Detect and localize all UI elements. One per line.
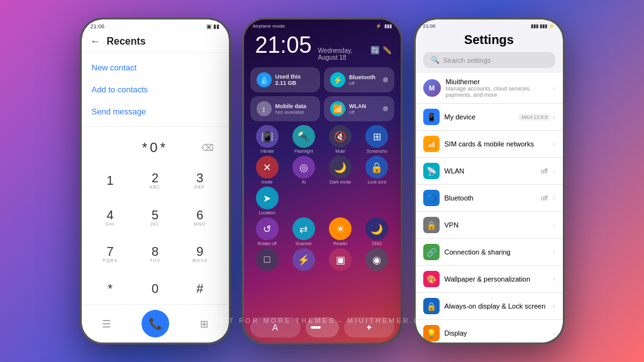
icon-mode[interactable]: ✕ mode (250, 156, 284, 184)
icon-reading[interactable]: ☀ Readin (323, 217, 357, 246)
settings-row-mydevice[interactable]: 📱 My device MIUI 12.5.5 › (416, 104, 563, 131)
key-1[interactable]: 1 (88, 162, 133, 199)
sim-chevron: › (553, 140, 555, 148)
bluetooth-chevron: › (553, 194, 555, 202)
settings-row-wlan[interactable]: 📡 WLAN off › (416, 158, 563, 185)
key-6[interactable]: 6MNO (177, 199, 222, 236)
settings-row-profile[interactable]: M Miuithemer Manage accounts, cloud serv… (416, 73, 563, 104)
phone1-screen: 21:06 ▣ ▮▮ ← Recents New contact Add to … (82, 19, 229, 343)
icon-extra4[interactable]: ◉ (360, 248, 394, 271)
key-5[interactable]: 5JKL (133, 199, 177, 236)
settings-search-bar[interactable]: 🔍 Search settings (423, 52, 555, 68)
icon-scanner[interactable]: ⇄ Scanner (287, 217, 321, 246)
phone1-time: 21:06 (91, 23, 105, 30)
icon-mute[interactable]: 🔇 Mute (323, 125, 357, 153)
menu-icon[interactable]: ☰ (102, 318, 111, 330)
settings-row-connection[interactable]: 🔗 Connection & sharing › (416, 239, 563, 266)
phone2-airplane-label: Airplane mode (253, 23, 286, 29)
icon-darkmode[interactable]: 🌙 Dark mode (323, 156, 357, 184)
tile-data-value: 2.11 GB (275, 80, 314, 86)
contacts-icon[interactable]: ⊞ (200, 318, 208, 330)
icon-vibrate[interactable]: 📳 Vibrate (250, 125, 284, 153)
phone1-status-bar: 21:06 ▣ ▮▮ (82, 19, 229, 31)
bluetooth-settings-content: Bluetooth (445, 194, 536, 202)
bluetooth-settings-title: Bluetooth (445, 194, 536, 202)
tile-mobile-label: Mobile data (275, 103, 314, 109)
settings-row-bluetooth[interactable]: 🔵 Bluetooth off › (416, 185, 563, 212)
connection-title: Connection & sharing (445, 248, 548, 256)
phone-1: 21:06 ▣ ▮▮ ← Recents New contact Add to … (80, 18, 231, 344)
tile-wlan-info: WLAN off (349, 103, 379, 115)
back-arrow-icon[interactable]: ← (91, 36, 101, 47)
mydevice-badge: MIUI 12.5.5 (519, 114, 550, 121)
mydevice-right: MIUI 12.5.5 › (519, 113, 555, 121)
key-4[interactable]: 4GHI (88, 199, 133, 236)
display-icon: 💡 (423, 325, 440, 341)
icon-row-4: □ ⚡ ▣ ◉ (250, 248, 394, 271)
icon-flashlight[interactable]: 🔦 Flashlight (287, 125, 321, 153)
delete-button[interactable]: ⌫ (201, 143, 216, 153)
key-0[interactable]: 0 (133, 273, 177, 305)
key-hash[interactable]: # (177, 273, 222, 305)
icon-ai[interactable]: ◎ Ai (287, 156, 321, 184)
tile-data-info: Used this 2.11 GB (275, 74, 314, 86)
settings-row-sim[interactable]: 📶 SIM cards & mobile networks › (416, 131, 563, 158)
mydevice-content: My device (445, 113, 514, 121)
lockscreen-label: Lock scre (367, 180, 386, 184)
icon-rotate[interactable]: ↺ Rotate off (250, 217, 284, 246)
key-2[interactable]: 2ABC (133, 162, 177, 199)
ai-label: Ai (302, 180, 306, 184)
settings-row-wallpaper[interactable]: 🎨 Wallpaper & personalization › (416, 266, 563, 293)
dnd-label: DND (372, 241, 382, 246)
phone2-date: Wednesday, August 18 (318, 47, 367, 61)
icon-dnd[interactable]: 🌙 DND (360, 217, 394, 246)
key-9[interactable]: 9WXYZ (177, 236, 222, 273)
key-star[interactable]: * (88, 273, 133, 305)
key-7[interactable]: 7PQRS (88, 236, 133, 273)
phone2-status-icons: ⚡▮▮▮ (375, 23, 392, 29)
tile-data-label: Used this (275, 74, 314, 80)
call-button[interactable]: 📞 (142, 310, 169, 337)
flashlight-icon: 🔦 (292, 125, 315, 148)
icon-location[interactable]: ➤ Location (250, 187, 284, 215)
extra4-icon: ◉ (365, 248, 388, 271)
keypad-grid: 1 2ABC 3DEF 4GHI 5JKL 6MNO 7PQRS 8TUV 9W… (82, 162, 229, 304)
dialed-number: *0* (142, 140, 168, 156)
tile-wlan-label: WLAN (349, 103, 379, 109)
menu-item-add-contacts[interactable]: Add to contacts (82, 79, 229, 101)
bt-toggle[interactable] (383, 77, 388, 82)
icon-row-2: ✕ mode ◎ Ai 🌙 Dark mode 🔒 Lock scre ➤ (250, 156, 394, 215)
scanner-label: Scanner (296, 241, 312, 246)
reading-label: Readin (333, 241, 347, 246)
settings-title: Settings (416, 30, 563, 52)
tile-mobile-data[interactable]: ↕ Mobile data Not available (250, 96, 321, 121)
icon-extra1[interactable]: □ (250, 248, 284, 271)
tile-wlan[interactable]: 📶 WLAN off (324, 96, 394, 121)
connection-chevron: › (553, 248, 555, 256)
wlan-settings-right: off › (541, 167, 555, 175)
key-3[interactable]: 3DEF (177, 162, 222, 199)
aod-icon: 🔒 (423, 298, 440, 314)
settings-row-aod[interactable]: 🔒 Always-on display & Lock screen › (416, 293, 563, 320)
tile-bluetooth[interactable]: ⚡ Bluetooth off (324, 67, 394, 92)
tile-wlan-sub: off (349, 109, 379, 115)
settings-row-display[interactable]: 💡 Display › (416, 320, 563, 343)
key-8[interactable]: 8TUV (133, 236, 177, 273)
edit-icon[interactable]: ✏️ (382, 46, 392, 55)
icon-lockscreen[interactable]: 🔒 Lock scre (360, 156, 394, 184)
icon-extra3[interactable]: ▣ (323, 248, 357, 271)
icon-extra2[interactable]: ⚡ (287, 248, 321, 271)
tile-bt-sub: off (349, 80, 379, 86)
screenshot-label: Screensho (367, 149, 387, 153)
settings-list: M Miuithemer Manage accounts, cloud serv… (416, 73, 563, 343)
refresh-icon[interactable]: 🔄 (370, 46, 380, 55)
icon-screenshot[interactable]: ⊞ Screensho (360, 125, 394, 153)
wlan-toggle[interactable] (383, 106, 388, 111)
settings-row-vpn[interactable]: 🔒 VPN › (416, 212, 563, 239)
wallpaper-title: Wallpaper & personalization (445, 275, 548, 283)
tile-data-usage[interactable]: 💧 Used this 2.11 GB (250, 67, 321, 92)
menu-item-send-message[interactable]: Send message (82, 101, 229, 123)
vpn-icon: 🔒 (423, 217, 440, 233)
mute-label: Mute (335, 149, 345, 153)
menu-item-new-contact[interactable]: New contact (82, 57, 229, 79)
